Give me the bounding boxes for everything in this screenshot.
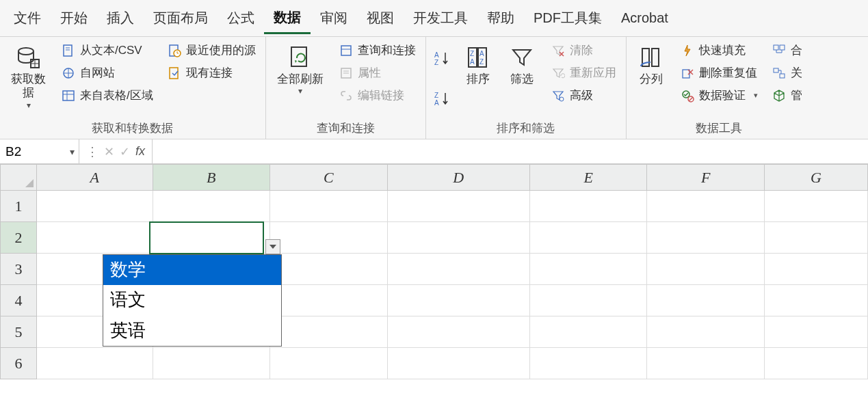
row-header-2[interactable]: 2 <box>1 222 37 254</box>
col-header-B[interactable]: B <box>153 165 270 191</box>
ribbon-group-data-tools: 分列 快速填充 删除重复值 数据验证▾ 合 关 管 数据工具 <box>627 37 812 139</box>
cell[interactable] <box>529 222 647 254</box>
cell[interactable] <box>270 285 388 316</box>
validation-dropdown-button[interactable] <box>265 239 280 254</box>
col-header-D[interactable]: D <box>387 165 529 191</box>
cell[interactable] <box>387 348 529 379</box>
sort-asc-icon[interactable]: AZ <box>433 50 452 69</box>
remove-duplicates-button[interactable]: 删除重复值 <box>677 64 761 82</box>
formula-bar: B2 ▾ ⋮ ✕ ✓ fx <box>0 139 868 164</box>
queries-connections-button[interactable]: 查询和连接 <box>336 41 419 59</box>
relationships-button[interactable]: 关 <box>769 64 805 82</box>
cell[interactable] <box>37 222 153 254</box>
menu-home[interactable]: 开始 <box>51 3 97 33</box>
menu-developer[interactable]: 开发工具 <box>404 3 477 33</box>
filter-button[interactable]: 筛选 <box>504 41 540 118</box>
advanced-filter-button[interactable]: 高级 <box>548 86 619 105</box>
cell-B2[interactable] <box>153 222 270 254</box>
columns-icon <box>637 44 665 71</box>
select-all-corner[interactable] <box>1 165 37 191</box>
cell[interactable] <box>764 191 867 222</box>
refresh-all-button[interactable]: 全部刷新 ▾ <box>273 41 328 118</box>
cell[interactable] <box>764 222 867 254</box>
cell[interactable] <box>764 348 867 379</box>
cell[interactable] <box>647 348 765 379</box>
row-header-3[interactable]: 3 <box>1 254 37 285</box>
cell[interactable] <box>529 285 647 316</box>
menu-view[interactable]: 视图 <box>357 3 404 33</box>
more-icon[interactable]: ⋮ <box>86 144 98 159</box>
database-icon <box>15 44 42 71</box>
cell[interactable] <box>153 348 270 379</box>
cell[interactable] <box>529 254 647 285</box>
cell[interactable] <box>37 348 153 379</box>
cell[interactable] <box>647 254 765 285</box>
from-text-csv-button[interactable]: 从文本/CSV <box>58 41 156 59</box>
menu-insert[interactable]: 插入 <box>97 3 144 33</box>
menu-page-layout[interactable]: 页面布局 <box>144 3 218 33</box>
from-table-range-button[interactable]: 来自表格/区域 <box>58 86 156 105</box>
menu-pdf-tools[interactable]: PDF工具集 <box>524 3 611 33</box>
row-header-6[interactable]: 6 <box>1 348 37 379</box>
cell[interactable] <box>387 316 529 348</box>
cell[interactable] <box>37 191 153 222</box>
chevron-down-icon: ▾ <box>754 91 758 100</box>
cell[interactable] <box>387 191 529 222</box>
dropdown-option[interactable]: 英语 <box>103 316 281 346</box>
cell[interactable] <box>764 285 867 316</box>
svg-text:A: A <box>434 99 439 107</box>
cell[interactable] <box>270 316 388 348</box>
file-text-icon <box>61 43 76 58</box>
formula-input[interactable] <box>153 139 868 163</box>
menu-acrobat[interactable]: Acrobat <box>611 5 678 31</box>
cell[interactable] <box>270 254 388 285</box>
text-to-columns-button[interactable]: 分列 <box>633 41 669 118</box>
col-header-F[interactable]: F <box>647 165 765 191</box>
col-header-C[interactable]: C <box>270 165 388 191</box>
cell[interactable] <box>153 191 270 222</box>
consolidate-button[interactable]: 合 <box>769 41 805 59</box>
fx-label[interactable]: fx <box>135 144 145 159</box>
col-header-G[interactable]: G <box>764 165 867 191</box>
sort-button[interactable]: ZAAZ 排序 <box>460 41 496 118</box>
cell[interactable] <box>529 316 647 348</box>
cell[interactable] <box>647 316 765 348</box>
enter-icon[interactable]: ✓ <box>120 144 130 159</box>
row-header-1[interactable]: 1 <box>1 191 37 222</box>
menu-formulas[interactable]: 公式 <box>218 3 264 33</box>
dropdown-option[interactable]: 数学 <box>103 255 281 285</box>
row-header-5[interactable]: 5 <box>1 316 37 348</box>
sort-desc-icon[interactable]: ZA <box>433 90 452 109</box>
cell[interactable] <box>270 191 388 222</box>
cell[interactable] <box>647 285 765 316</box>
col-header-E[interactable]: E <box>529 165 647 191</box>
cell[interactable] <box>529 191 647 222</box>
manage-data-model-button[interactable]: 管 <box>769 86 805 105</box>
from-web-button[interactable]: 自网站 <box>58 64 156 82</box>
data-validation-button[interactable]: 数据验证▾ <box>677 86 761 105</box>
cell[interactable] <box>764 254 867 285</box>
cell[interactable] <box>387 222 529 254</box>
row-header-4[interactable]: 4 <box>1 285 37 316</box>
col-header-A[interactable]: A <box>37 165 153 191</box>
cell[interactable] <box>647 191 765 222</box>
existing-connections-button[interactable]: 现有连接 <box>164 64 259 82</box>
menu-help[interactable]: 帮助 <box>477 3 524 33</box>
cell[interactable] <box>764 316 867 348</box>
cell[interactable] <box>270 222 388 254</box>
menu-file[interactable]: 文件 <box>4 3 51 33</box>
name-box[interactable]: B2 ▾ <box>0 139 79 163</box>
cell[interactable] <box>529 348 647 379</box>
recent-sources-button[interactable]: 最近使用的源 <box>164 41 259 59</box>
flash-fill-button[interactable]: 快速填充 <box>677 41 761 59</box>
dropdown-option[interactable]: 语文 <box>103 285 281 315</box>
ribbon: 获取数 据 ▾ 从文本/CSV 自网站 来自表格/区域 最近使用的源 现有连接 … <box>0 37 868 139</box>
menu-review[interactable]: 审阅 <box>311 3 357 33</box>
cancel-icon[interactable]: ✕ <box>104 144 114 159</box>
cell[interactable] <box>647 222 765 254</box>
menu-data[interactable]: 数据 <box>264 3 311 34</box>
cell[interactable] <box>387 285 529 316</box>
get-data-button[interactable]: 获取数 据 ▾ <box>7 41 50 118</box>
cell[interactable] <box>387 254 529 285</box>
cell[interactable] <box>270 348 388 379</box>
